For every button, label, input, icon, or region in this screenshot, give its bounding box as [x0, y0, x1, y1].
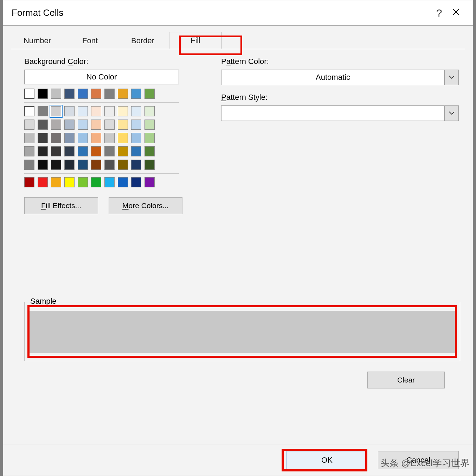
ok-button[interactable]: OK [287, 451, 367, 469]
color-swatch[interactable] [64, 160, 75, 170]
color-swatch[interactable] [24, 146, 34, 156]
color-swatch[interactable] [118, 160, 128, 170]
dialog-footer: OK Cancel [3, 444, 473, 476]
color-swatch[interactable] [131, 160, 141, 170]
color-swatch[interactable] [24, 89, 34, 99]
sample-section: Sample [24, 302, 459, 361]
color-swatch[interactable] [118, 89, 128, 99]
color-swatch[interactable] [51, 133, 61, 143]
color-swatch[interactable] [51, 160, 61, 170]
color-swatch[interactable] [131, 133, 141, 143]
color-swatch[interactable] [144, 160, 155, 170]
color-swatch[interactable] [64, 120, 75, 130]
color-swatch[interactable] [118, 106, 128, 116]
sample-label: Sample [28, 297, 59, 306]
color-swatch[interactable] [38, 160, 48, 170]
color-swatch[interactable] [51, 177, 61, 187]
color-swatch[interactable] [104, 133, 115, 143]
color-swatch[interactable] [38, 89, 48, 99]
color-swatch[interactable] [104, 89, 115, 99]
color-swatch[interactable] [104, 120, 115, 130]
help-button[interactable]: ? [431, 7, 448, 19]
color-swatch[interactable] [64, 133, 75, 143]
cancel-button[interactable]: Cancel [378, 451, 459, 469]
close-icon [452, 8, 460, 16]
color-swatch[interactable] [91, 106, 101, 116]
tab-font[interactable]: Font [64, 32, 116, 49]
clear-button[interactable]: Clear [367, 372, 445, 388]
color-swatch[interactable] [24, 177, 34, 187]
pattern-style-label: Pattern Style: [221, 93, 459, 102]
color-swatch[interactable] [51, 106, 61, 116]
color-swatch[interactable] [24, 120, 34, 130]
color-swatch[interactable] [91, 120, 101, 130]
color-swatch[interactable] [24, 160, 34, 170]
color-swatch[interactable] [118, 120, 128, 130]
color-swatch[interactable] [78, 177, 88, 187]
sample-preview [29, 311, 456, 353]
color-swatch[interactable] [131, 89, 141, 99]
color-swatch[interactable] [91, 89, 101, 99]
color-swatch[interactable] [91, 146, 101, 156]
color-swatch[interactable] [118, 146, 128, 156]
color-swatch[interactable] [64, 106, 75, 116]
color-swatch[interactable] [144, 120, 155, 130]
color-swatch[interactable] [78, 89, 88, 99]
pattern-color-combo[interactable]: Automatic [221, 70, 459, 85]
pattern-color-label: Pattern Color: [221, 57, 459, 66]
color-swatch[interactable] [78, 120, 88, 130]
color-swatch[interactable] [144, 106, 155, 116]
color-swatch[interactable] [24, 133, 34, 143]
color-swatch[interactable] [144, 146, 155, 156]
color-swatch[interactable] [131, 177, 141, 187]
color-swatch[interactable] [78, 106, 88, 116]
color-swatch[interactable] [78, 146, 88, 156]
color-swatch[interactable] [78, 160, 88, 170]
titlebar: Format Cells ? [3, 0, 473, 26]
color-swatch[interactable] [104, 106, 115, 116]
color-swatch[interactable] [64, 89, 75, 99]
color-swatch[interactable] [38, 106, 48, 116]
color-swatch[interactable] [38, 133, 48, 143]
color-swatch[interactable] [91, 177, 101, 187]
color-swatch[interactable] [144, 89, 155, 99]
color-swatch[interactable] [51, 120, 61, 130]
fill-effects-button[interactable]: Fill Effects... [24, 197, 98, 214]
close-button[interactable] [448, 8, 464, 18]
color-swatch[interactable] [131, 106, 141, 116]
color-swatch[interactable] [144, 177, 155, 187]
color-swatch[interactable] [78, 133, 88, 143]
chevron-down-icon [444, 106, 458, 121]
pattern-style-value [221, 106, 444, 121]
color-swatch[interactable] [104, 146, 115, 156]
color-swatch[interactable] [118, 133, 128, 143]
color-swatch[interactable] [91, 133, 101, 143]
more-colors-button[interactable]: More Colors... [109, 197, 182, 214]
color-swatch[interactable] [38, 146, 48, 156]
chevron-down-icon [444, 70, 458, 85]
color-swatch[interactable] [51, 146, 61, 156]
color-swatch[interactable] [51, 89, 61, 99]
tab-fill[interactable]: Fill [169, 32, 222, 49]
tab-number[interactable]: Number [11, 32, 64, 49]
tab-border[interactable]: Border [116, 32, 169, 49]
color-swatch[interactable] [24, 106, 34, 116]
color-swatch[interactable] [131, 120, 141, 130]
background-color-label: Background Color: [24, 57, 189, 66]
dialog-title: Format Cells [12, 7, 431, 18]
fill-panel: Background Color: No Color Fill Effects.… [3, 49, 473, 437]
no-color-button[interactable]: No Color [24, 70, 179, 84]
color-swatch[interactable] [131, 146, 141, 156]
pattern-color-value: Automatic [221, 70, 444, 85]
color-swatch[interactable] [38, 120, 48, 130]
pattern-style-combo[interactable] [221, 105, 459, 121]
color-swatch[interactable] [38, 177, 48, 187]
color-swatches [24, 89, 189, 187]
color-swatch[interactable] [118, 177, 128, 187]
color-swatch[interactable] [144, 133, 155, 143]
color-swatch[interactable] [64, 177, 75, 187]
color-swatch[interactable] [104, 160, 115, 170]
color-swatch[interactable] [64, 146, 75, 156]
color-swatch[interactable] [104, 177, 115, 187]
color-swatch[interactable] [91, 160, 101, 170]
